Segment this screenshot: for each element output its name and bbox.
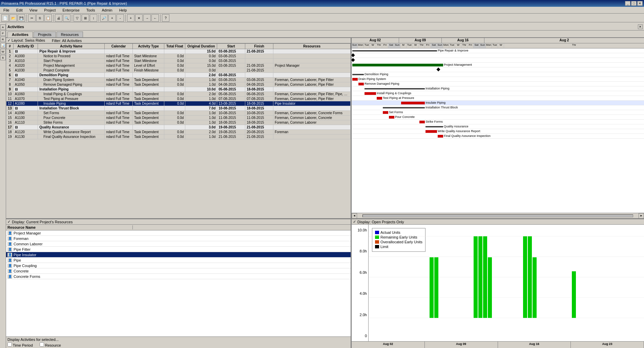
table-row[interactable]: 12 A1080Insulate Pipingndard Full TimeTa… — [6, 101, 351, 106]
resource-list-item[interactable]: 👤Pipe Insulator — [6, 252, 351, 258]
indent-button[interactable]: → — [143, 14, 151, 22]
maximize-button[interactable]: □ — [631, 1, 637, 6]
help-button[interactable]: ? — [162, 14, 169, 22]
sort-button[interactable]: ↕ — [90, 14, 97, 22]
resource-list-item[interactable]: 👤Project Manager — [6, 230, 351, 236]
zoom-out-button[interactable]: - — [117, 14, 124, 22]
time-period-label[interactable]: Time Period — [7, 342, 33, 347]
gantt-scroll[interactable]: ◄ ► — [352, 213, 644, 218]
table-row[interactable]: 9⊟ Installation Piping10.0d05-08-201518-… — [6, 87, 351, 92]
menu-view[interactable]: View — [27, 7, 40, 13]
menu-file[interactable]: File — [1, 7, 12, 13]
outdent-button[interactable]: ← — [151, 14, 159, 22]
filter-button[interactable]: ▽ — [74, 14, 81, 22]
col-num[interactable]: # — [6, 44, 14, 49]
panel-close-button[interactable]: ✕ — [638, 24, 643, 29]
table-row[interactable]: 5 A1030Project Completendard Full TimeFi… — [6, 68, 351, 73]
table-row[interactable]: 10 A1060Install Piping & Couplingsndard … — [6, 92, 351, 97]
table-row[interactable]: 3 A1010Start Projectndard Full TimeStart… — [6, 59, 351, 63]
resource-list-item[interactable]: 👤Concrete Forms — [6, 274, 351, 279]
day-wed2: W — [413, 43, 419, 48]
resource-checkbox-label[interactable]: Resource — [40, 342, 61, 347]
col-activity-name[interactable]: Activity Name — [38, 44, 105, 49]
gantt-bar-label: Final Quality Assurance Inspection — [444, 134, 491, 138]
table-row[interactable]: 6⊟ Demolition Piping2.0d03-08-2015 — [6, 73, 351, 78]
close-button[interactable]: ✕ — [637, 1, 643, 6]
scroll-track[interactable] — [362, 214, 633, 217]
menu-tools[interactable]: Tools — [84, 7, 97, 13]
minimize-button[interactable]: _ — [625, 1, 630, 6]
table-row[interactable]: 17⊟ Quality Assurance3.0d19-08-201521-08… — [6, 125, 351, 130]
col-total-float[interactable]: Total Float — [164, 44, 185, 49]
menu-admin[interactable]: Admin — [100, 7, 114, 13]
col-activity-id[interactable]: Activity ID — [13, 44, 38, 49]
resource-list-item[interactable]: 👤Pipe Fitter — [6, 247, 351, 252]
resource-list-item[interactable]: 👤Pipe — [6, 258, 351, 263]
table-row[interactable]: 19 A1130Final Quality Assurance Inspecti… — [6, 135, 351, 139]
resource-list-item[interactable]: 👤Concrete — [6, 268, 351, 274]
resource-list-item[interactable]: 👤Common Laborer — [6, 241, 351, 247]
resource-list-item[interactable]: 👤Foreman — [6, 236, 351, 241]
find-button[interactable]: 🔎 — [100, 14, 108, 22]
print-preview-button[interactable]: 🔍 — [63, 14, 70, 22]
scroll-right-button[interactable]: ► — [639, 213, 644, 219]
sidebar-expenses[interactable]: $ — [0, 55, 6, 60]
delete-button[interactable]: ✕ — [135, 14, 143, 22]
col-finish[interactable]: Finish — [245, 44, 273, 49]
resource-checkbox[interactable] — [40, 342, 44, 347]
gantt-bar-label: Insulate Piping — [425, 101, 445, 104]
gantt-bar — [377, 97, 382, 100]
col-calendar[interactable]: Calendar — [105, 44, 133, 49]
menu-help[interactable]: Help — [117, 7, 129, 13]
cut-button[interactable]: ✂ — [28, 14, 36, 22]
table-row[interactable]: 1⊟ Pipe Repair & Improve15.0d03-08-20152… — [6, 49, 351, 54]
copy-button[interactable]: ⎘ — [36, 14, 44, 22]
table-row[interactable]: 7 A1040Drain Piping Systemndard Full Tim… — [6, 78, 351, 82]
calendar-cell: ndard Full Time — [105, 78, 133, 82]
paste-button[interactable]: 📋 — [44, 14, 52, 22]
save-button[interactable]: 💾 — [18, 14, 25, 22]
add-button[interactable]: + — [127, 14, 134, 22]
col-start[interactable]: Start — [217, 44, 245, 49]
sidebar-resources[interactable]: R — [0, 37, 6, 42]
filter-label: Filter: All Activities — [52, 39, 82, 43]
col-resources[interactable]: Resources — [273, 44, 351, 49]
table-row[interactable]: 13⊟ Installation Thrust Block7.0d10-08-2… — [6, 106, 351, 111]
window-controls[interactable]: _ □ ✕ — [625, 1, 643, 6]
table-row[interactable]: 16 A1110Strike Formsndard Full TimeTask … — [6, 120, 351, 125]
tab-activities[interactable]: Activities — [7, 32, 33, 38]
table-row[interactable]: 2 A1000Notice to Proceedndard Full TimeS… — [6, 54, 351, 59]
menu-edit[interactable]: Edit — [14, 7, 25, 13]
type-cell: Task Dependent — [133, 82, 164, 87]
resource-list: 👤Project Manager👤Foreman👤Common Laborer👤… — [6, 230, 351, 336]
menu-project[interactable]: Project — [42, 7, 58, 13]
print-button[interactable]: 🖨 — [55, 14, 62, 22]
sidebar-reports[interactable]: 📊 — [0, 43, 6, 48]
tab-projects[interactable]: Projects — [34, 32, 56, 37]
open-button[interactable]: 📂 — [9, 14, 17, 22]
menu-enterprise[interactable]: Enterprise — [61, 7, 82, 13]
sidebar-activities[interactable]: A — [0, 24, 6, 30]
resource-name: Project Manager — [14, 231, 41, 235]
table-row[interactable]: 8 A1050Remove Damaged Pipingndard Full T… — [6, 82, 351, 87]
activity-name-cell: Pipe Repair & Improve — [38, 49, 105, 54]
table-row[interactable]: 14 A1090Set Formsndard Full TimeTask Dep… — [6, 111, 351, 116]
table-row[interactable]: 11 A1070Test Piping at Pressurendard Ful… — [6, 97, 351, 101]
col-activity-type[interactable]: Activity Type — [133, 44, 164, 49]
table-row[interactable]: 4 A1020Project Managementndard Full Time… — [6, 63, 351, 68]
zoom-in-button[interactable]: + — [108, 14, 116, 22]
sidebar-projects[interactable]: P — [0, 30, 6, 36]
tab-resources[interactable]: Resources — [57, 32, 83, 37]
scroll-left-button[interactable]: ◄ — [352, 213, 357, 219]
gantt-bar — [365, 88, 425, 89]
day-sun2: Sun — [394, 43, 400, 48]
resource-list-item[interactable]: 👤Pipe Coupling — [6, 263, 351, 268]
col-orig-dur[interactable]: Original Duration — [185, 44, 217, 49]
time-period-checkbox[interactable] — [7, 342, 12, 347]
sidebar-wbs[interactable]: W — [0, 49, 6, 54]
day-wed4: W — [498, 43, 504, 48]
table-row[interactable]: 18 A1120Write Quality Assurance Reportnd… — [6, 130, 351, 135]
group-button[interactable]: ⊞ — [82, 14, 89, 22]
table-row[interactable]: 15 A1100Pour Concretendard Full TimeTask… — [6, 116, 351, 120]
new-button[interactable]: 📄 — [1, 14, 9, 22]
